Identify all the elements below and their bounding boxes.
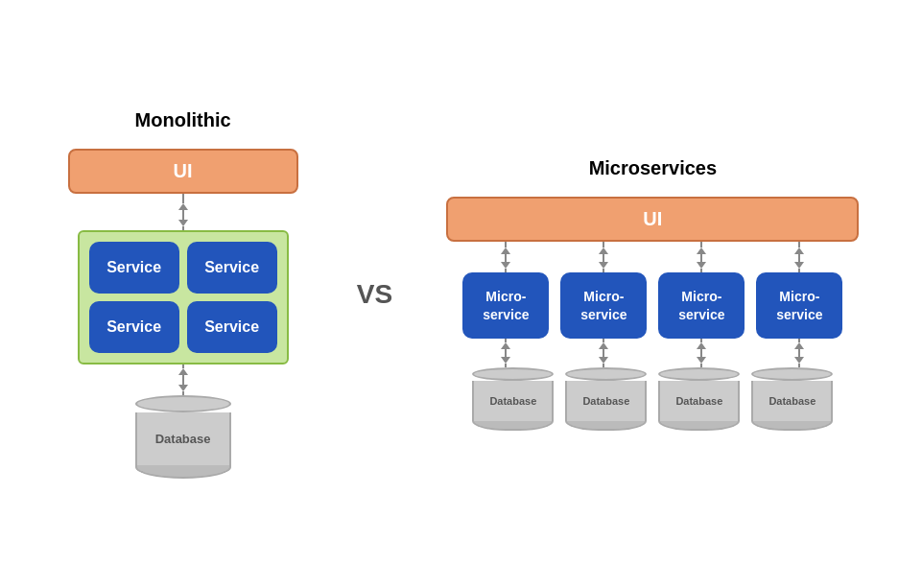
- arrow-line: [182, 210, 184, 220]
- micro-db-2: Database: [565, 367, 647, 431]
- arrow-head-up: [178, 203, 188, 210]
- arrow-head-up: [178, 368, 188, 375]
- arrow-db-col-2: [560, 339, 647, 367]
- mono-database: Database: [135, 395, 231, 479]
- micro-db-4: Database: [751, 367, 833, 431]
- arrow-db-col-1: [462, 339, 549, 367]
- arrow-line: [182, 375, 184, 385]
- arrow-col-1: [462, 242, 549, 272]
- main-diagram: Monolithic UI Service Service Service: [0, 0, 922, 588]
- arrow-col-2: [560, 242, 647, 272]
- micro-services-row: Micro-service Micro-service Micro-servic…: [462, 272, 842, 338]
- service-box-4: Service: [187, 301, 277, 353]
- micro-service-3: Micro-service: [658, 272, 745, 338]
- monolithic-ui-box: UI: [68, 149, 298, 194]
- microservices-ui-box: UI: [446, 197, 859, 242]
- arrow-head-down: [178, 385, 188, 391]
- arrow-db-col-3: [658, 339, 745, 367]
- arrow-col-3: [658, 242, 745, 272]
- service-box-1: Service: [89, 242, 179, 294]
- ui-to-services-arrows: [462, 242, 842, 272]
- monolithic-title: Monolithic: [135, 109, 231, 131]
- databases-row: Database Database Database: [472, 367, 833, 431]
- arrow-db-col-4: [756, 339, 842, 367]
- micro-db-3: Database: [658, 367, 740, 431]
- arrow-head-down: [178, 220, 188, 226]
- vs-label: VS: [357, 279, 392, 310]
- arrow-line: [182, 194, 184, 203]
- mono-arrow-2: [178, 365, 188, 395]
- micro-service-4: Micro-service: [756, 272, 842, 338]
- mono-arrow-1: [178, 194, 188, 230]
- monolithic-section: Monolithic UI Service Service Service: [39, 109, 327, 479]
- mono-services-container: Service Service Service Service: [78, 230, 289, 365]
- db-bottom: [135, 465, 231, 479]
- micro-service-2: Micro-service: [560, 272, 647, 338]
- micro-db-1: Database: [472, 367, 554, 431]
- micro-service-1: Micro-service: [462, 272, 549, 338]
- db-body: Database: [135, 412, 231, 465]
- service-box-3: Service: [89, 301, 179, 353]
- arrow-col-4: [756, 242, 842, 272]
- microservices-section: Microservices UI: [422, 157, 883, 430]
- service-box-2: Service: [187, 242, 277, 294]
- microservices-title: Microservices: [589, 157, 717, 179]
- db-top: [135, 395, 231, 412]
- services-to-db-arrows: [462, 339, 842, 367]
